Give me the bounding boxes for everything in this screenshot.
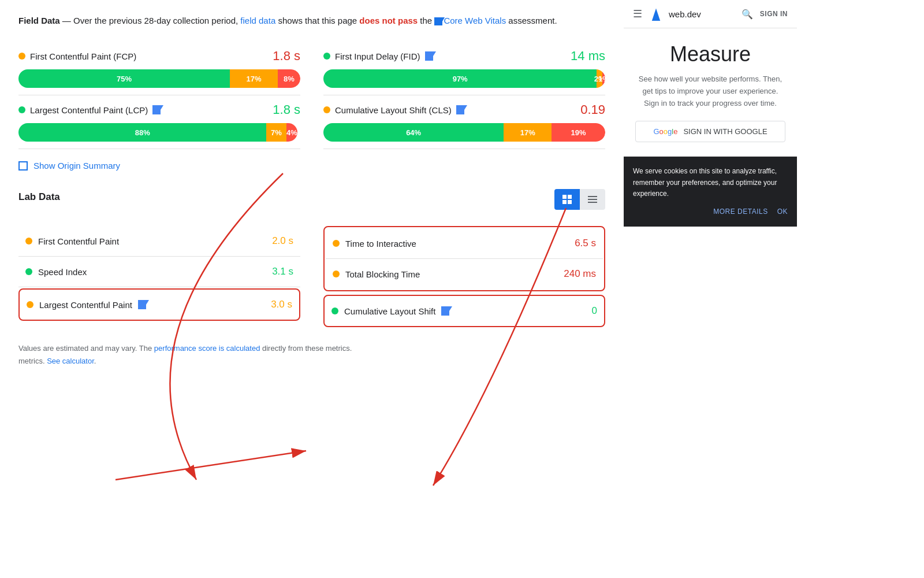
footer-text1: Values are estimated and may vary. The (18, 344, 154, 353)
cookie-banner: We serve cookies on this site to analyze… (624, 157, 797, 227)
grid-icon (562, 195, 572, 204)
lab-tti-left: Time to Interactive (333, 239, 416, 249)
google-signin-button[interactable]: Google SIGN IN WITH GOOGLE (635, 121, 785, 142)
toggle-grid-btn[interactable] (554, 189, 580, 210)
lab-lcp-left: Largest Contentful Paint (27, 300, 146, 310)
origin-summary-label: Show Origin Summary (33, 161, 120, 171)
fid-bar-red: 1% (602, 69, 605, 88)
lab-cls-dot (331, 307, 338, 314)
fid-title: First Input Delay (FID) (323, 51, 433, 61)
origin-summary-checkbox[interactable] (18, 161, 28, 171)
field-data-link[interactable]: field data (240, 16, 275, 25)
lab-fcp-row: First Contentful Paint 2.0 s (18, 226, 300, 257)
lab-tti-dot (333, 240, 340, 247)
lab-grid: First Contentful Paint 2.0 s Speed Index… (18, 226, 605, 328)
lab-tti-value: 6.5 s (575, 238, 596, 249)
footer-text2: directly from these metrics. (260, 344, 352, 353)
field-metrics-left: First Contentful Paint (FCP) 1.8 s 75% 1… (18, 42, 300, 149)
lab-tbt-dot (333, 271, 340, 277)
lab-lcp-dot (27, 301, 33, 308)
fcp-bar-orange: 17% (230, 69, 278, 88)
measure-desc: See how well your website performs. Then… (635, 73, 785, 109)
lab-cls-left: Cumulative Layout Shift (331, 306, 449, 316)
cookie-ok-link[interactable]: OK (777, 206, 788, 217)
lab-tbt-row: Total Blocking Time 240 ms (326, 259, 603, 289)
lab-data-section: Lab Data (18, 189, 605, 328)
fcp-bar: 75% 17% 8% (18, 69, 300, 88)
header-desc3: the (418, 16, 434, 25)
lab-left-col: First Contentful Paint 2.0 s Speed Index… (18, 226, 300, 328)
fid-flag-icon (425, 51, 433, 61)
lab-lcp-value: 3.0 s (271, 299, 292, 310)
fid-card: First Input Delay (FID) 14 ms 97% 2% 1% (323, 42, 605, 95)
cls-bar-green: 64% (323, 123, 504, 142)
webdev-topbar: ☰ web.dev 🔍 SIGN IN (624, 0, 797, 28)
lab-right-col: Time to Interactive 6.5 s Total Blocking… (323, 226, 605, 328)
cls-bar: 64% 17% 19% (323, 123, 605, 142)
svg-rect-3 (568, 200, 572, 204)
webdev-logo: web.dev (649, 7, 701, 21)
fcp-title: First Contentful Paint (FCP) (18, 51, 136, 61)
lcp-bar: 88% 7% 4% (18, 123, 300, 142)
lab-fcp-left: First Contentful Paint (25, 236, 119, 246)
svg-rect-5 (588, 199, 597, 200)
topbar-left: ☰ web.dev (633, 7, 701, 21)
fid-value: 14 ms (571, 49, 605, 64)
logo-text: web.dev (669, 9, 701, 19)
header-desc4: assessment. (506, 16, 557, 25)
calculator-link[interactable]: See calculator (47, 357, 94, 365)
footer-metrics-label: metrics. (18, 357, 47, 365)
fcp-card: First Contentful Paint (FCP) 1.8 s 75% 1… (18, 42, 300, 95)
fid-bar: 97% 2% 1% (323, 69, 605, 88)
cookie-actions: MORE DETAILS OK (633, 206, 788, 217)
footer-note: Values are estimated and may vary. The p… (18, 342, 605, 368)
origin-summary-row[interactable]: Show Origin Summary (18, 161, 605, 171)
lab-lcp-flag-icon (138, 300, 146, 309)
fcp-bar-green: 75% (18, 69, 230, 88)
field-data-header: Field Data — Over the previous 28-day co… (18, 14, 605, 28)
perf-score-link[interactable]: performance score is calculated (154, 344, 260, 353)
lcp-bar-green: 88% (18, 123, 266, 142)
lab-data-title: Lab Data (18, 191, 60, 203)
search-icon[interactable]: 🔍 (742, 9, 753, 20)
lcp-bar-orange: 7% (266, 123, 286, 142)
lab-si-left: Speed Index (25, 267, 87, 277)
lab-si-dot (25, 268, 32, 275)
cwv-link[interactable]: Core Web Vitals (444, 16, 506, 25)
lcp-bar-red: 4% (286, 123, 298, 142)
lab-tti-tbt-group: Time to Interactive 6.5 s Total Blocking… (323, 226, 605, 291)
lab-cls-value: 0 (592, 305, 597, 317)
lab-tti-row: Time to Interactive 6.5 s (326, 228, 603, 259)
fid-bar-green: 97% (323, 69, 597, 88)
fcp-dot (18, 53, 25, 60)
right-panel: ☰ web.dev 🔍 SIGN IN Measure See how well… (624, 0, 797, 578)
lab-tbt-left: Total Blocking Time (333, 269, 420, 279)
topbar-right: 🔍 SIGN IN (742, 9, 788, 20)
fcp-bar-red: 8% (278, 69, 300, 88)
signin-button[interactable]: SIGN IN (760, 10, 788, 18)
field-metrics-right: First Input Delay (FID) 14 ms 97% 2% 1% (323, 42, 605, 149)
header-desc1: — Over the previous 28-day collection pe… (60, 16, 241, 25)
lab-fcp-value: 2.0 s (272, 235, 293, 247)
list-icon (588, 196, 597, 203)
cls-dot (323, 106, 330, 113)
header-desc2: shows that this page (275, 16, 359, 25)
fid-dot (323, 53, 330, 60)
svg-rect-0 (562, 195, 567, 199)
toggle-list-btn[interactable] (580, 189, 605, 210)
cls-value: 0.19 (580, 102, 605, 117)
lab-si-value: 3.1 s (272, 266, 293, 277)
cookie-more-details-link[interactable]: MORE DETAILS (713, 206, 767, 217)
svg-rect-4 (588, 196, 597, 197)
hamburger-icon[interactable]: ☰ (633, 8, 642, 20)
google-signin-label: SIGN IN WITH GOOGLE (683, 127, 767, 136)
measure-card: Measure See how well your website perfor… (624, 28, 797, 157)
lab-cls-row: Cumulative Layout Shift 0 (323, 295, 605, 327)
svg-rect-6 (588, 202, 597, 203)
svg-rect-2 (562, 200, 567, 204)
field-data-label: Field Data (18, 16, 60, 25)
toggle-group (554, 189, 605, 210)
lcp-card: Largest Contentful Paint (LCP) 1.8 s 88%… (18, 95, 300, 149)
cls-title: Cumulative Layout Shift (CLS) (323, 105, 464, 115)
measure-title: Measure (635, 42, 785, 66)
